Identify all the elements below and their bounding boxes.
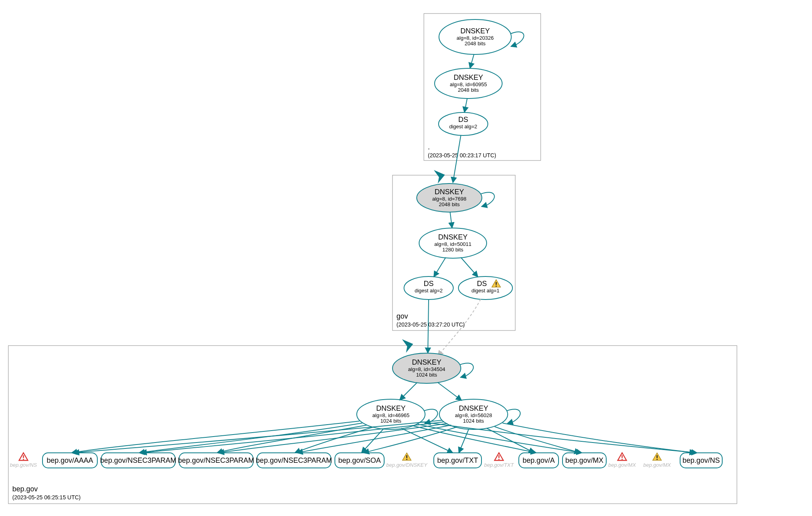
svg-text:2048 bits: 2048 bits bbox=[439, 201, 460, 207]
svg-text:bep.gov/NSEC3PARAM: bep.gov/NSEC3PARAM bbox=[256, 456, 332, 464]
selfloop-bep-ksk bbox=[460, 363, 474, 377]
rrset-nsec3param-3[interactable]: bep.gov/NSEC3PARAM bbox=[256, 453, 332, 468]
ghost-txt: bep.gov/TXT bbox=[484, 453, 514, 468]
svg-text:alg=8, id=7698: alg=8, id=7698 bbox=[432, 196, 466, 202]
rrset-txt[interactable]: bep.gov/TXT bbox=[434, 453, 481, 468]
svg-text:alg=8, id=56028: alg=8, id=56028 bbox=[455, 412, 492, 418]
selfloop-root-ksk bbox=[510, 32, 524, 46]
rrset-a[interactable]: bep.gov/A bbox=[519, 453, 559, 468]
svg-text:DNSKEY: DNSKEY bbox=[435, 188, 464, 196]
edge-rootzsk-rootds bbox=[464, 99, 467, 112]
svg-text:digest alg=2: digest alg=2 bbox=[415, 288, 443, 294]
edge-govzsk-ds2 bbox=[461, 257, 478, 277]
svg-text:bep.gov/A: bep.gov/A bbox=[522, 456, 555, 464]
rrset-nsec3param-1[interactable]: bep.gov/NSEC3PARAM bbox=[100, 453, 176, 468]
node-bep-zsk2[interactable]: DNSKEY alg=8, id=56028 1024 bits bbox=[439, 399, 508, 429]
zone-root-timestamp: (2023-05-25 00:23:17 UTC) bbox=[428, 152, 496, 158]
svg-text:DNSKEY: DNSKEY bbox=[438, 233, 468, 241]
node-bep-ksk[interactable]: DNSKEY alg=8, id=34504 1024 bits bbox=[392, 353, 461, 383]
svg-text:DS: DS bbox=[423, 280, 433, 288]
svg-text:1024 bits: 1024 bits bbox=[381, 418, 402, 424]
svg-text:bep.gov/MX: bep.gov/MX bbox=[565, 456, 603, 464]
svg-text:DNSKEY: DNSKEY bbox=[412, 358, 441, 366]
rrset-aaaa[interactable]: bep.gov/AAAA bbox=[43, 453, 97, 468]
svg-text:1280 bits: 1280 bits bbox=[443, 247, 464, 253]
edge-bepksk-zsk1 bbox=[400, 383, 417, 400]
svg-text:DS: DS bbox=[458, 116, 468, 124]
error-icon bbox=[495, 453, 503, 460]
edge-bepksk-zsk2 bbox=[438, 383, 462, 400]
ghost-mx-err: bep.gov/MX bbox=[608, 453, 636, 468]
node-root-ksk[interactable]: DNSKEY alg=8, id=20326 2048 bits bbox=[439, 19, 511, 54]
warning-icon bbox=[653, 453, 661, 460]
ghost-ns-left: bep.gov/NS bbox=[10, 453, 37, 468]
svg-text:DS: DS bbox=[477, 280, 487, 288]
svg-text:bep.gov/NSEC3PARAM: bep.gov/NSEC3PARAM bbox=[100, 456, 176, 464]
ghost-mx-warn: bep.gov/MX bbox=[643, 453, 671, 468]
svg-text:bep.gov/MX: bep.gov/MX bbox=[643, 462, 671, 468]
node-root-ds[interactable]: DS digest alg=2 bbox=[439, 112, 488, 135]
svg-text:DNSKEY: DNSKEY bbox=[454, 73, 483, 81]
svg-text:alg=8, id=20326: alg=8, id=20326 bbox=[456, 35, 493, 41]
svg-text:1024 bits: 1024 bits bbox=[463, 418, 484, 424]
svg-text:bep.gov/NS: bep.gov/NS bbox=[10, 462, 37, 468]
zone-bepgov-timestamp: (2023-05-25 06:25:15 UTC) bbox=[12, 494, 81, 501]
svg-text:bep.gov/SOA: bep.gov/SOA bbox=[338, 456, 381, 464]
rrset-nsec3param-2[interactable]: bep.gov/NSEC3PARAM bbox=[178, 453, 254, 468]
edge-rootds-govksk bbox=[453, 135, 461, 183]
zone-arrow-gov-bep bbox=[402, 339, 413, 353]
svg-text:bep.gov/TXT: bep.gov/TXT bbox=[437, 456, 478, 464]
zone-gov-timestamp: (2023-05-25 03:27:20 UTC) bbox=[396, 321, 465, 328]
selfloop-gov-ksk bbox=[481, 192, 495, 207]
node-gov-ksk[interactable]: DNSKEY alg=8, id=7698 2048 bits bbox=[417, 184, 482, 212]
svg-text:bep.gov/DNSKEY: bep.gov/DNSKEY bbox=[386, 462, 428, 468]
zone-arrow-root-gov bbox=[434, 170, 445, 184]
svg-text:bep.gov/TXT: bep.gov/TXT bbox=[484, 462, 514, 468]
node-root-zsk[interactable]: DNSKEY alg=8, id=60955 2048 bits bbox=[435, 68, 502, 99]
edge-govds2-bepksk bbox=[438, 299, 481, 356]
rrset-ns[interactable]: bep.gov/NS bbox=[680, 453, 722, 468]
rrset-soa[interactable]: bep.gov/SOA bbox=[335, 453, 384, 468]
edge-govzsk-ds1 bbox=[434, 257, 446, 277]
svg-text:bep.gov/AAAA: bep.gov/AAAA bbox=[46, 456, 93, 464]
ghost-dnskey: bep.gov/DNSKEY bbox=[386, 453, 428, 468]
edge-rootksk-rootzsk bbox=[470, 54, 474, 68]
selfloop-bep-zsk2 bbox=[507, 409, 520, 423]
node-gov-ds1[interactable]: DS digest alg=2 bbox=[404, 276, 453, 300]
rrset-mx[interactable]: bep.gov/MX bbox=[563, 453, 606, 468]
svg-text:alg=8, id=50011: alg=8, id=50011 bbox=[434, 241, 471, 247]
node-gov-zsk[interactable]: DNSKEY alg=8, id=50011 1280 bits bbox=[419, 228, 487, 258]
svg-text:bep.gov/NS: bep.gov/NS bbox=[682, 456, 720, 464]
zone-root-label: . bbox=[428, 143, 430, 151]
edge-govds1-bepksk bbox=[428, 300, 429, 353]
error-icon bbox=[618, 453, 626, 460]
zone-gov-label: gov bbox=[396, 312, 408, 320]
svg-text:alg=8, id=46965: alg=8, id=46965 bbox=[372, 412, 409, 418]
node-gov-ds2[interactable]: DS digest alg=1 bbox=[458, 276, 512, 300]
svg-text:digest alg=2: digest alg=2 bbox=[449, 124, 477, 129]
svg-text:DNSKEY: DNSKEY bbox=[376, 404, 406, 412]
svg-text:2048 bits: 2048 bits bbox=[465, 41, 486, 46]
svg-text:2048 bits: 2048 bits bbox=[458, 87, 479, 93]
error-icon bbox=[19, 453, 28, 460]
warning-icon bbox=[402, 453, 411, 460]
zone-bepgov-label: bep.gov bbox=[12, 485, 38, 493]
svg-text:alg=8, id=34504: alg=8, id=34504 bbox=[408, 366, 445, 372]
svg-text:bep.gov/NSEC3PARAM: bep.gov/NSEC3PARAM bbox=[178, 456, 254, 464]
svg-text:alg=8, id=60955: alg=8, id=60955 bbox=[450, 81, 487, 87]
svg-text:1024 bits: 1024 bits bbox=[416, 372, 437, 378]
svg-text:DNSKEY: DNSKEY bbox=[460, 27, 490, 35]
svg-text:bep.gov/MX: bep.gov/MX bbox=[608, 462, 636, 468]
svg-text:digest alg=1: digest alg=1 bbox=[472, 288, 499, 294]
svg-text:DNSKEY: DNSKEY bbox=[459, 404, 488, 412]
edge-govksk-govzsk bbox=[450, 212, 452, 228]
